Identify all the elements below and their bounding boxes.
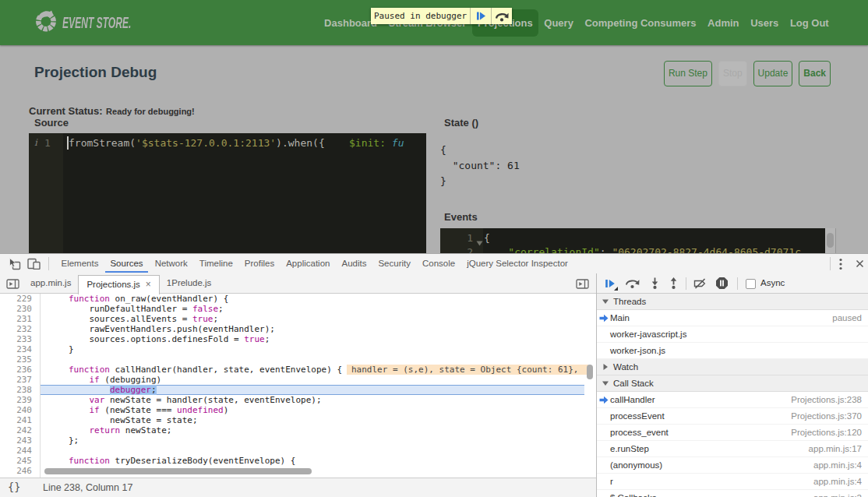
source-horizontal-scrollbar-thumb[interactable]: [44, 468, 312, 474]
toggle-navigator-button[interactable]: [4, 273, 21, 294]
sidebar-row--anonymous-[interactable]: (anonymous)app.min.js:4: [597, 457, 868, 474]
row-location: Projections.js:120: [791, 428, 868, 437]
toolbar-separator: [48, 257, 49, 270]
nav-item-admin[interactable]: Admin: [702, 9, 745, 37]
debugger-sidebar: ThreadsMainpausedworker-javascript.jswor…: [597, 294, 868, 497]
devtools-tab-security[interactable]: Security: [373, 254, 416, 273]
sidebar-row--callbacks[interactable]: $.Callbacksapp.min.js:2: [597, 490, 868, 497]
line-number: 236: [0, 365, 32, 375]
nav-item-log-out[interactable]: Log Out: [785, 9, 834, 37]
devtools-toolbar: ElementsSourcesNetworkTimelineProfilesAp…: [0, 254, 868, 273]
code-token: function: [69, 456, 110, 466]
sidebar-row-r[interactable]: rapp.min.js:4: [597, 474, 868, 490]
devtools-close-button[interactable]: [852, 254, 866, 273]
panel-divider[interactable]: [596, 273, 597, 497]
pretty-print-button[interactable]: {}: [8, 481, 20, 493]
row-title: e.runStep: [610, 444, 649, 453]
devtools-panel: ElementsSourcesNetworkTimelineProfilesAp…: [0, 253, 868, 497]
section-header-call-stack[interactable]: Call Stack: [597, 375, 868, 392]
section-header-watch[interactable]: Watch: [597, 359, 868, 375]
sidebar-row-callhandler[interactable]: callHandlerProjections.js:238: [597, 392, 868, 408]
devtools-tab-application[interactable]: Application: [281, 254, 335, 273]
source-line-244: 244: [0, 446, 584, 456]
sidebar-row-process-event[interactable]: process_eventProjections.js:120: [597, 425, 868, 441]
banner-resume-button[interactable]: [470, 8, 491, 24]
nav-item-query[interactable]: Query: [538, 9, 579, 37]
devtools-tab-timeline[interactable]: Timeline: [194, 254, 238, 273]
event-store-logo[interactable]: EVENT STORE.: [35, 0, 182, 45]
code-token: undefined: [177, 405, 224, 415]
row-location: app.min.js:17: [809, 444, 868, 453]
devtools-tab-elements[interactable]: Elements: [56, 254, 104, 273]
sidebar-row-processevent[interactable]: processEventProjections.js:370: [597, 408, 868, 425]
sidebar-row-worker-javascript-js[interactable]: worker-javascript.js: [597, 326, 868, 343]
code-line: if (newState === undefined): [48, 405, 229, 415]
code-token: runDefaultHandler =: [48, 304, 192, 314]
sidebar-row-worker-json-js[interactable]: worker-json.js: [597, 343, 868, 359]
async-checkbox[interactable]: [746, 279, 756, 289]
inspect-element-button[interactable]: [5, 254, 23, 273]
back-button[interactable]: Back: [799, 61, 831, 86]
devtools-tabs: ElementsSourcesNetworkTimelineProfilesAp…: [56, 254, 573, 273]
run-step-button[interactable]: Run Step: [664, 61, 712, 86]
devtools-tab-network[interactable]: Network: [150, 254, 192, 273]
events-scrollbar[interactable]: [825, 228, 836, 254]
code-token: (debugging): [100, 375, 161, 385]
close-tab-icon[interactable]: ×: [146, 276, 151, 293]
code-line: {: [484, 232, 490, 244]
line-number: 230: [0, 304, 32, 314]
devtools-tab-jquery-selector-inspector[interactable]: jQuery Selector Inspector: [462, 254, 573, 273]
source-line-245: 245 function tryDeserializeBody(eventEnv…: [0, 456, 584, 466]
nav-item-users[interactable]: Users: [745, 9, 785, 37]
sidebar-row-e-runstep[interactable]: e.runStepapp.min.js:17: [597, 441, 868, 457]
events-scrollbar-thumb[interactable]: [827, 233, 834, 248]
source-line-234: 234 }: [0, 344, 584, 354]
device-toolbar-button[interactable]: [25, 254, 42, 273]
step-over-button[interactable]: [622, 273, 642, 293]
line-number: 243: [0, 435, 32, 446]
projection-source-editor[interactable]: i 1 fromStream('$stats-127.0.0.1:2113').…: [29, 133, 426, 253]
source-vertical-scrollbar-thumb[interactable]: [587, 365, 593, 379]
pause-on-exceptions-button[interactable]: [713, 273, 730, 293]
code-token: ;: [213, 314, 218, 324]
resume-script-button[interactable]: [602, 273, 619, 293]
devtools-tab-console[interactable]: Console: [417, 254, 460, 273]
code-token: true: [244, 334, 265, 344]
devtools-tab-sources[interactable]: Sources: [105, 254, 148, 273]
file-tab-projections.js[interactable]: Projections.js×: [78, 275, 159, 294]
line-number: 245: [0, 456, 32, 466]
step-out-button[interactable]: [665, 273, 681, 293]
code-line: function callHandler(handler, state, eve…: [48, 365, 589, 375]
row-location: Projections.js:370: [791, 411, 868, 421]
devtools-menu-button[interactable]: [835, 254, 846, 273]
file-tab-1prelude.js[interactable]: 1Prelude.js: [160, 273, 219, 293]
line-number: 242: [0, 425, 32, 435]
code-token: fu: [392, 137, 404, 149]
sidebar-row-main[interactable]: Mainpaused: [597, 310, 868, 326]
events-editor[interactable]: 1{2 "correlationId": "06202702-8827-4d64…: [440, 228, 836, 254]
toggle-debugger-sidebar-button[interactable]: [573, 273, 591, 294]
devtools-source-viewer[interactable]: 229 function on_raw(eventHandler) {230 r…: [0, 294, 596, 478]
current-status-value: Ready for debugging!: [106, 107, 195, 116]
row-title: r: [610, 477, 613, 486]
deactivate-breakpoints-button[interactable]: [690, 273, 709, 293]
triangle-expanded-icon: [602, 298, 609, 305]
update-button[interactable]: Update: [753, 61, 793, 86]
row-title: processEvent: [610, 411, 665, 421]
row-title: Main: [610, 313, 630, 323]
nav-item-competing-consumers[interactable]: Competing Consumers: [579, 9, 702, 37]
devtools-tab-profiles[interactable]: Profiles: [239, 254, 279, 273]
section-header-threads[interactable]: Threads: [597, 294, 868, 310]
row-location: app.min.js:2: [813, 493, 868, 497]
file-tab-app.min.js[interactable]: app.min.js: [23, 273, 78, 293]
code-token: sources.allEvents =: [48, 314, 192, 324]
async-checkbox-label[interactable]: Async: [760, 273, 785, 293]
event-store-swirl-icon: [35, 9, 58, 37]
step-into-button[interactable]: [647, 273, 662, 293]
paused-token: debugger;: [110, 385, 157, 395]
file-tabs: app.min.jsProjections.js×1Prelude.js: [23, 273, 218, 293]
code-token: rawEventHandlers.push(eventHandler);: [48, 324, 275, 334]
devtools-tab-audits[interactable]: Audits: [337, 254, 372, 273]
events-label: Events: [444, 211, 478, 223]
banner-step-over-button[interactable]: [491, 8, 512, 24]
